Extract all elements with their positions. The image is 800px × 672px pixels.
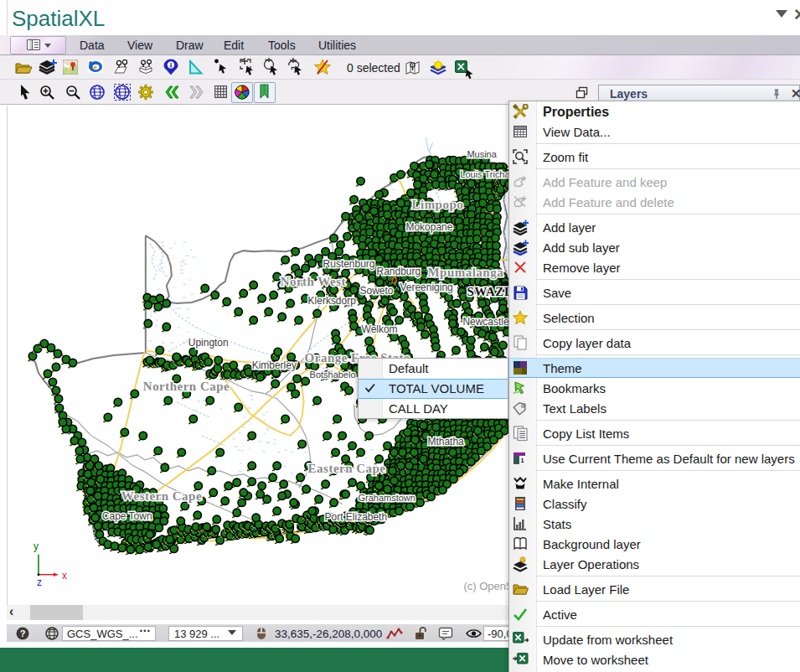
svg-text:1: 1 xyxy=(520,457,524,464)
svg-text:x: x xyxy=(62,570,67,582)
svg-text:Northern Cape: Northern Cape xyxy=(143,380,230,393)
svg-text:Klerksdorp: Klerksdorp xyxy=(308,295,357,307)
svg-text:Kimberley: Kimberley xyxy=(252,359,297,371)
svg-text:Newcastle: Newcastle xyxy=(462,316,509,328)
svg-text:Botshabelo: Botshabelo xyxy=(310,370,356,380)
svg-text:Welkom: Welkom xyxy=(362,323,398,335)
svg-text:Mpumalanga: Mpumalanga xyxy=(427,266,503,279)
svg-text:Grahamstown: Grahamstown xyxy=(359,493,415,503)
svg-text:Upington: Upington xyxy=(188,337,229,349)
svg-text:z: z xyxy=(37,576,42,588)
svg-text:Cape Town: Cape Town xyxy=(102,510,152,522)
svg-text:Limpopo: Limpopo xyxy=(411,198,463,211)
svg-text:Randburg: Randburg xyxy=(377,266,421,277)
svg-text:Western Cape: Western Cape xyxy=(121,489,202,503)
svg-text:Vereeniging: Vereeniging xyxy=(400,282,453,293)
svg-text:SWAZI: SWAZI xyxy=(467,285,509,298)
svg-text:Louis Tricha: Louis Tricha xyxy=(460,169,510,179)
svg-text:Soweto: Soweto xyxy=(360,285,394,297)
svg-text:Rustenburg: Rustenburg xyxy=(323,258,375,270)
svg-text:North West: North West xyxy=(281,275,346,288)
svg-text:y: y xyxy=(34,540,39,552)
svg-text:Mthatha: Mthatha xyxy=(427,436,464,447)
svg-text:Port Elizabeth: Port Elizabeth xyxy=(325,511,388,523)
svg-text:?: ? xyxy=(20,628,26,638)
svg-text:Mokopane: Mokopane xyxy=(405,221,452,233)
svg-text:Eastern Cape: Eastern Cape xyxy=(308,462,386,475)
svg-text:Musina: Musina xyxy=(467,149,497,159)
